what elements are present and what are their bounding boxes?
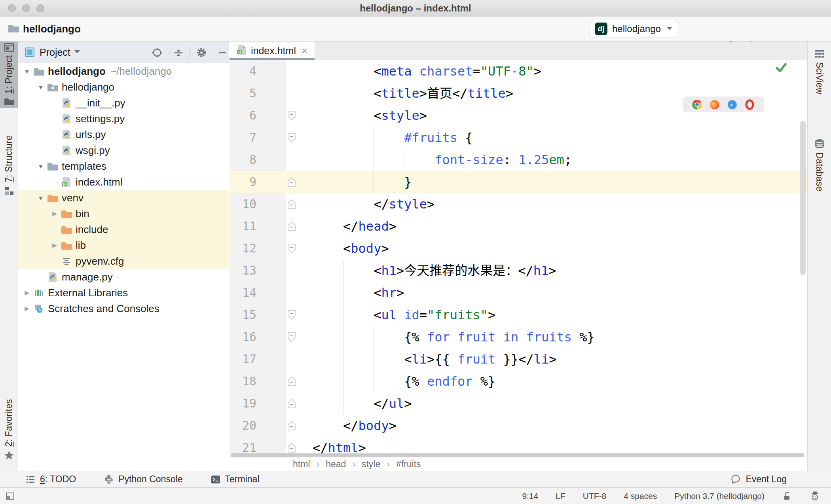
opera-browser-icon[interactable]	[744, 99, 755, 110]
line-number[interactable]: 10	[230, 193, 256, 215]
line-number[interactable]: 17	[230, 348, 256, 370]
fold-end-icon[interactable]	[287, 398, 296, 409]
code-line-11[interactable]: 11 </head>	[230, 215, 807, 237]
fold-end-icon[interactable]	[287, 376, 296, 387]
tool-strip-button-database[interactable]: Database	[808, 136, 831, 215]
hide-panel-icon[interactable]	[217, 47, 229, 59]
firefox-browser-icon[interactable]	[709, 99, 720, 110]
tree-item-external-libraries[interactable]: ▶External Libraries	[18, 285, 229, 301]
tool-window-button-event-log[interactable]: Event Log	[730, 474, 787, 485]
close-window-button[interactable]	[8, 4, 16, 12]
expand-arrow-closed-icon[interactable]: ▶	[21, 305, 32, 312]
fold-start-icon[interactable]	[287, 310, 296, 320]
expand-arrow-closed-icon[interactable]: ▶	[21, 289, 32, 296]
horizontal-scrollbar[interactable]	[231, 453, 804, 457]
tree-item--init-py[interactable]: __init__.py	[18, 95, 229, 111]
tree-item-bin[interactable]: ▶bin	[18, 206, 229, 222]
minimize-window-button[interactable]	[22, 4, 30, 12]
hector-icon[interactable]	[810, 491, 820, 501]
line-number[interactable]: 12	[230, 237, 256, 260]
breadcrumb-item-style[interactable]: style	[362, 459, 380, 470]
tree-item-wsgi-py[interactable]: wsgi.py	[18, 142, 229, 158]
run-configuration-selector[interactable]: dj hellodjango	[590, 20, 678, 38]
status-caret-position[interactable]: 9:14	[522, 491, 538, 501]
code-line-20[interactable]: 20 </body>	[230, 415, 807, 437]
breadcrumb-item-fruits[interactable]: #fruits	[396, 459, 421, 470]
fold-end-icon[interactable]	[287, 443, 296, 453]
fold-start-icon[interactable]	[287, 110, 296, 121]
tree-item-pyvenv-cfg[interactable]: pyvenv.cfg	[18, 253, 229, 269]
status-python-interpreter[interactable]: Python 3.7 (hellodjango)	[674, 491, 765, 501]
expand-arrow-closed-icon[interactable]: ▶	[49, 210, 60, 217]
breadcrumb-item-html[interactable]: html	[293, 459, 310, 470]
tree-item-lib[interactable]: ▶lib	[18, 237, 229, 253]
code-line-10[interactable]: 10 </style>	[230, 193, 807, 215]
code-line-14[interactable]: 14 <hr>	[230, 282, 807, 304]
code-line-4[interactable]: 4 <meta charset="UTF-8">	[230, 60, 807, 82]
expand-arrow-closed-icon[interactable]: ▶	[49, 242, 60, 249]
tool-strip-button-project[interactable]: 1: Project	[0, 42, 18, 108]
zoom-window-button[interactable]	[36, 4, 44, 12]
code-line-12[interactable]: 12 <body>	[230, 237, 807, 260]
code-line-18[interactable]: 18 {% endfor %}	[230, 370, 807, 392]
inspections-ok-icon[interactable]	[775, 61, 787, 76]
line-number[interactable]: 6	[230, 104, 256, 127]
expand-arrow-open-icon[interactable]: ▼	[35, 163, 46, 170]
code-line-13[interactable]: 13 <h1>今天推荐的水果是：</h1>	[230, 260, 807, 282]
expand-arrow-open-icon[interactable]: ▼	[35, 195, 46, 201]
tree-item-urls-py[interactable]: urls.py	[18, 127, 229, 142]
tree-item-hellodjango[interactable]: ▼hellodjango	[18, 79, 229, 95]
tool-window-button-terminal[interactable]: Terminal	[211, 474, 260, 485]
chrome-browser-icon[interactable]	[692, 99, 702, 110]
tree-item-settings-py[interactable]: settings.py	[18, 111, 229, 127]
tree-item-venv[interactable]: ▼venv	[18, 190, 229, 206]
code-line-17[interactable]: 17 <li>{{ fruit }}</li>	[230, 348, 807, 370]
status-file-encoding[interactable]: UTF-8	[583, 491, 607, 501]
breadcrumb-item-head[interactable]: head	[326, 459, 346, 470]
tool-window-button-python-console[interactable]: Python Console	[104, 474, 182, 485]
tree-item-scratches-and-consoles[interactable]: ▶Scratches and Consoles	[18, 301, 229, 316]
collapse-all-icon[interactable]	[173, 47, 184, 59]
tool-strip-button-structure[interactable]: 7: Structure	[0, 119, 18, 198]
line-number[interactable]: 4	[230, 60, 256, 82]
fold-start-icon[interactable]	[287, 332, 296, 342]
tree-item-templates[interactable]: ▼templates	[18, 158, 229, 174]
line-number[interactable]: 16	[230, 326, 256, 348]
line-number[interactable]: 15	[230, 304, 256, 326]
fold-end-icon[interactable]	[287, 177, 296, 187]
fold-end-icon[interactable]	[287, 221, 296, 231]
navigation-bar[interactable]: hellodjango	[8, 17, 81, 41]
tool-strip-button-favorites[interactable]: 2: Favorites	[0, 389, 18, 463]
line-number[interactable]: 11	[230, 215, 256, 237]
code-line-15[interactable]: 15 <ul id="fruits">	[230, 304, 807, 326]
line-number[interactable]: 19	[230, 392, 256, 415]
code-line-16[interactable]: 16 {% for fruit in fruits %}	[230, 326, 807, 348]
tree-item-index-html[interactable]: Hindex.html	[18, 174, 229, 190]
tool-strip-button-sciview[interactable]: SciView	[808, 46, 831, 125]
fold-end-icon[interactable]	[287, 199, 296, 209]
line-number[interactable]: 18	[230, 370, 256, 392]
safari-browser-icon[interactable]	[727, 99, 738, 110]
line-number[interactable]: 14	[230, 282, 256, 304]
code-line-7[interactable]: 7 #fruits {	[230, 127, 807, 149]
line-number[interactable]: 8	[230, 149, 256, 171]
code-line-19[interactable]: 19 </ul>	[230, 392, 807, 415]
project-breadcrumb[interactable]: hellodjango	[23, 23, 81, 35]
tree-item-hellodjango[interactable]: ▼hellodjango~/hellodjango	[18, 63, 229, 79]
line-number[interactable]: 7	[230, 127, 256, 149]
status-indent-style[interactable]: 4 spaces	[624, 491, 657, 501]
fold-start-icon[interactable]	[287, 243, 296, 254]
code-line-8[interactable]: 8 font-size: 1.25em;	[230, 149, 807, 171]
code-line-9[interactable]: 9 }	[230, 171, 807, 193]
tab-index-html[interactable]: H index.html ×	[230, 42, 315, 60]
project-view-title[interactable]: Project	[40, 47, 70, 58]
unlock-icon[interactable]	[782, 491, 792, 501]
tool-window-button-6-todo[interactable]: 6: TODO	[25, 474, 76, 485]
locate-file-icon[interactable]	[151, 47, 163, 59]
gear-icon[interactable]	[195, 47, 207, 59]
vertical-scrollbar[interactable]	[800, 121, 806, 275]
fold-end-icon[interactable]	[287, 421, 296, 431]
toggle-toolwindows-icon[interactable]	[6, 491, 16, 501]
fold-start-icon[interactable]	[287, 133, 296, 143]
line-number[interactable]: 5	[230, 82, 256, 104]
